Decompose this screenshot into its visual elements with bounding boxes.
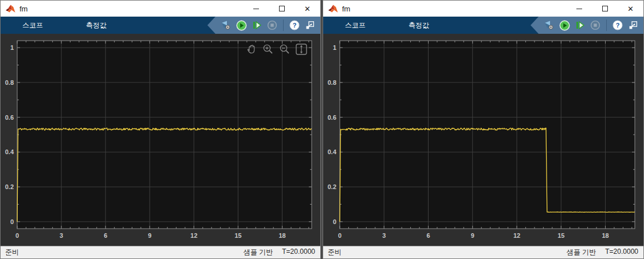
svg-text:0.6: 0.6 [5, 114, 14, 121]
svg-text:0: 0 [15, 232, 19, 239]
help-button[interactable]: ? [612, 19, 623, 31]
maximize-button[interactable] [269, 1, 294, 17]
status-bar: 준비 샘플 기반 T=20.0000 [323, 246, 643, 258]
svg-text:12: 12 [513, 232, 520, 239]
svg-text:9: 9 [148, 232, 151, 239]
close-button[interactable]: ✕ [618, 1, 643, 17]
minimize-button[interactable] [566, 1, 592, 17]
status-sample-mode: 샘플 기반 [567, 248, 596, 257]
step-forward-button[interactable] [251, 19, 262, 31]
svg-text:0.6: 0.6 [328, 114, 336, 121]
pop-out-icon [305, 20, 315, 30]
status-sample-mode: 샘플 기반 [244, 248, 273, 257]
tab-measurements[interactable]: 측정값 [403, 17, 435, 34]
stop-icon [267, 20, 277, 30]
tune-parameters-button[interactable] [220, 19, 231, 31]
run-button[interactable] [559, 19, 570, 31]
maximize-button[interactable] [592, 1, 618, 17]
tab-scope[interactable]: 스코프 [17, 17, 49, 34]
status-right-group: 샘플 기반 T=20.0000 [567, 248, 638, 257]
status-right-group: 샘플 기반 T=20.0000 [244, 248, 315, 257]
step-forward-icon [252, 20, 262, 30]
pop-out-button[interactable] [304, 19, 316, 31]
svg-text:0.2: 0.2 [5, 183, 14, 190]
scope-window-left: fm ✕ 스코프 측정값 [0, 0, 321, 259]
desktop: fm ✕ 스코프 측정값 [0, 0, 644, 259]
svg-text:18: 18 [278, 232, 285, 239]
help-icon: ? [289, 20, 300, 30]
step-forward-icon [575, 20, 585, 30]
plot-hover-toolbar [245, 43, 308, 56]
svg-text:6: 6 [104, 232, 107, 239]
stop-icon [590, 20, 600, 30]
toolbar: ? [531, 17, 643, 34]
svg-text:0.8: 0.8 [328, 79, 336, 86]
minimize-icon [253, 9, 259, 9]
status-ready: 준비 [5, 248, 19, 257]
close-button[interactable]: ✕ [294, 1, 320, 17]
matlab-logo-icon [328, 5, 338, 13]
run-icon [236, 20, 247, 31]
svg-text:0: 0 [338, 232, 341, 239]
minimize-icon [576, 9, 582, 9]
stop-button[interactable] [590, 19, 601, 31]
status-bar: 준비 샘플 기반 T=20.0000 [1, 246, 320, 258]
toolbar: ? [207, 17, 320, 34]
menu-bar: 스코프 측정값 [323, 17, 643, 34]
pan-hand-icon[interactable] [245, 43, 258, 56]
svg-text:12: 12 [190, 232, 197, 239]
run-button[interactable] [235, 19, 247, 31]
close-icon: ✕ [627, 5, 634, 13]
tab-scope[interactable]: 스코프 [339, 17, 371, 34]
svg-text:1: 1 [10, 44, 14, 51]
title-bar[interactable]: fm ✕ [323, 1, 643, 17]
status-sim-time: T=20.0000 [605, 248, 638, 257]
svg-text:0.2: 0.2 [328, 183, 336, 190]
minimize-button[interactable] [243, 1, 269, 17]
window-title: fm [19, 5, 28, 13]
svg-text:0.4: 0.4 [328, 148, 337, 155]
stop-button[interactable] [266, 19, 278, 31]
step-forward-button[interactable] [574, 19, 586, 31]
menu-bar: 스코프 측정값 [1, 17, 320, 34]
maximize-icon [279, 6, 285, 11]
scope-window-right: fm ✕ 스코프 측정값 [323, 0, 644, 259]
run-icon [559, 20, 570, 31]
window-controls: ✕ [243, 1, 320, 17]
svg-text:6: 6 [426, 232, 430, 239]
scope-plot-canvas[interactable]: 036912151800.20.40.60.81 [1, 34, 320, 246]
zoom-out-icon[interactable] [278, 43, 291, 56]
scope-plot-canvas[interactable]: 036912151800.20.40.60.81 [323, 34, 643, 246]
maximize-icon [602, 6, 608, 11]
tune-icon [221, 20, 231, 30]
svg-text:0: 0 [333, 218, 336, 225]
plot-region: 036912151800.20.40.60.81 [1, 34, 320, 246]
svg-text:3: 3 [382, 232, 386, 239]
plot-region: 036912151800.20.40.60.81 [323, 34, 643, 246]
svg-text:?: ? [616, 22, 620, 29]
close-icon: ✕ [304, 5, 311, 13]
status-ready: 준비 [328, 248, 341, 257]
toolbar-separator [606, 19, 607, 31]
window-title: fm [342, 5, 350, 13]
zoom-in-icon[interactable] [262, 43, 274, 56]
svg-text:9: 9 [471, 232, 474, 239]
help-icon: ? [612, 20, 623, 30]
svg-text:3: 3 [60, 232, 63, 239]
pop-out-icon [628, 20, 638, 30]
svg-text:15: 15 [234, 232, 241, 239]
fit-y-axis-icon[interactable] [295, 43, 308, 56]
help-button[interactable]: ? [289, 19, 300, 31]
toolbar-separator [283, 19, 284, 31]
tune-parameters-button[interactable] [543, 19, 555, 31]
svg-text:?: ? [293, 22, 297, 29]
svg-text:0.4: 0.4 [5, 148, 14, 155]
status-sim-time: T=20.0000 [282, 248, 315, 257]
window-controls: ✕ [566, 1, 643, 17]
pop-out-button[interactable] [627, 19, 639, 31]
svg-text:1: 1 [333, 44, 336, 51]
svg-text:0.8: 0.8 [5, 79, 14, 86]
title-bar[interactable]: fm ✕ [1, 1, 320, 17]
svg-text:18: 18 [602, 232, 608, 239]
tab-measurements[interactable]: 측정값 [80, 17, 112, 34]
